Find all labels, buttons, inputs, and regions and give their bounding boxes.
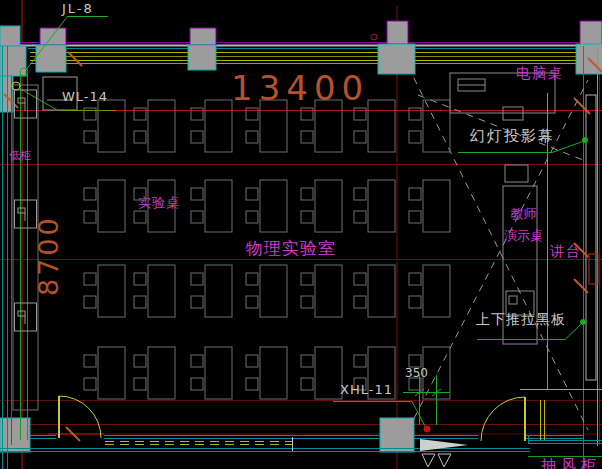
dimension-height: 8700 xyxy=(34,215,64,296)
lab-desk-label: 实验桌 xyxy=(138,196,180,210)
stair-markers xyxy=(420,439,468,467)
dimension-gap: 350 xyxy=(405,367,428,380)
low-cabinet-label: 低柜 xyxy=(9,150,31,162)
axis-bubble xyxy=(438,454,451,467)
teacher-desk-label-line1: 教师 xyxy=(511,206,537,221)
sliding-blackboard-label: 上下推拉黑板 xyxy=(476,312,566,327)
radiator xyxy=(589,254,598,284)
left-door-swing xyxy=(59,396,101,438)
pipe-label-wl14: WL-14 xyxy=(62,90,108,104)
top-wall xyxy=(0,43,602,64)
stair-arrow xyxy=(420,439,468,451)
dimension-width: 13400 xyxy=(231,70,369,107)
riser-label-xhl: XHL-11 xyxy=(340,383,393,397)
floor-plan: JL-8 WL-14 13400 8700 低柜 实验桌 物理实验室 电脑桌 幻… xyxy=(0,0,602,469)
podium-label: 讲台 xyxy=(550,244,582,259)
pipe-label-jl8: JL-8 xyxy=(62,2,94,16)
fume-hood-label: 抽风柜 xyxy=(541,457,601,469)
axis-bubble xyxy=(422,454,435,467)
room-name-label: 物理实验室 xyxy=(246,239,336,258)
blackboard-outline xyxy=(586,95,596,380)
computer-desk-label: 电脑桌 xyxy=(516,66,564,81)
teacher-desk-label-line2: 演示桌 xyxy=(504,228,543,243)
teacher-desk-label: 教师演示桌 xyxy=(504,203,543,247)
projection-screen-label: 幻灯投影幕 xyxy=(470,128,555,145)
